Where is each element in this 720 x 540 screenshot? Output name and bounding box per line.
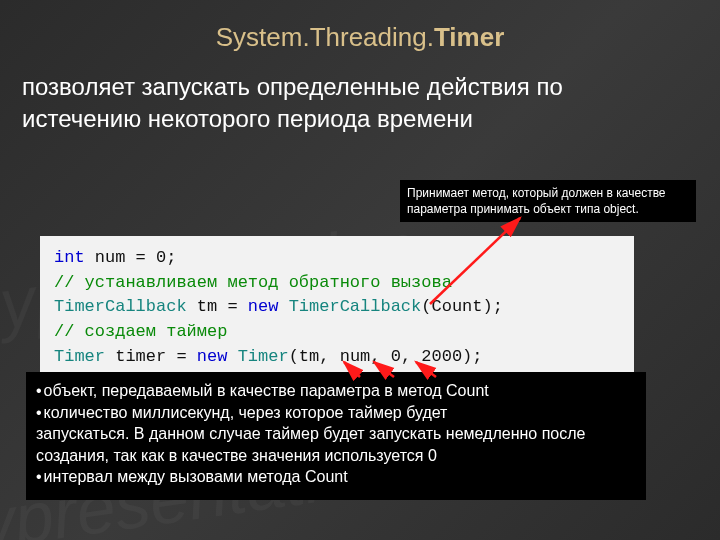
code-keyword: new — [197, 347, 228, 366]
note-item: объект, передаваемый в качестве параметр… — [36, 380, 636, 402]
code-type: TimerCallback — [289, 297, 422, 316]
code-block: int num = 0; // устанавливаем метод обра… — [40, 236, 634, 379]
title-bold: Timer — [434, 22, 504, 52]
notes-box: объект, передаваемый в качестве параметр… — [26, 372, 646, 500]
code-keyword: int — [54, 248, 85, 267]
code-type: Timer — [238, 347, 289, 366]
code-text: (Count); — [421, 297, 503, 316]
code-keyword: new — [248, 297, 279, 316]
slide-description: позволяет запускать определенные действи… — [0, 53, 720, 142]
code-type: Timer — [54, 347, 105, 366]
slide-title: System.Threading.Timer — [0, 0, 720, 53]
title-prefix: System.Threading. — [216, 22, 434, 52]
code-comment: // создаем таймер — [54, 322, 227, 341]
note-item: количество миллисекунд, через которое та… — [36, 402, 636, 424]
code-type: TimerCallback — [54, 297, 187, 316]
note-item-continuation: запускаться. В данном случае таймер буде… — [36, 423, 636, 466]
code-text: timer = — [105, 347, 197, 366]
code-comment: // устанавливаем метод обратного вызова — [54, 273, 452, 292]
code-text: tm = — [187, 297, 248, 316]
code-text: num = 0; — [85, 248, 177, 267]
code-text — [278, 297, 288, 316]
code-text — [227, 347, 237, 366]
code-text: (tm, num, 0, 2000); — [289, 347, 483, 366]
callout-box: Принимает метод, который должен в качест… — [400, 180, 696, 222]
note-item: интервал между вызовами метода Count — [36, 466, 636, 488]
